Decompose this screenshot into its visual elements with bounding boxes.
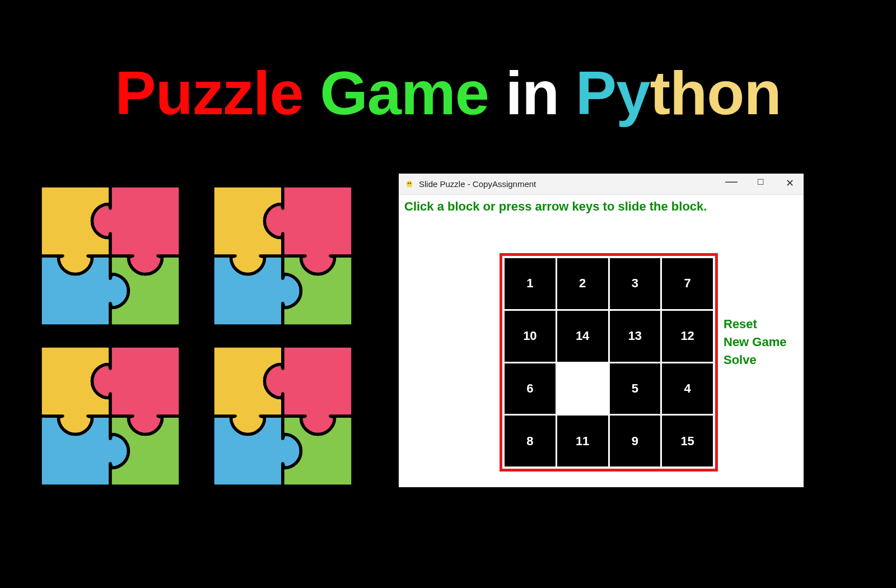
tile-5[interactable]: 5 [610,363,661,414]
tile-6[interactable]: 6 [505,363,556,414]
new-game-button[interactable]: New Game [724,335,787,349]
jigsaw-icon [213,186,353,326]
tile-3[interactable]: 3 [610,258,661,309]
slide-puzzle-window: Slide Puzzle - CopyAssignment — ☐ ✕ Clic… [399,174,804,487]
board-frame: 123710141312654811915 [500,253,718,472]
side-actions: Reset New Game Solve [724,317,787,367]
tile-10[interactable]: 10 [505,311,556,362]
tile-1[interactable]: 1 [505,258,556,309]
instruction-text: Click a block or press arrow keys to sli… [404,199,707,214]
tile-15[interactable]: 15 [662,416,713,466]
python-app-icon [404,179,414,189]
window-controls: — ☐ ✕ [725,178,799,190]
jigsaw-icon [213,346,353,486]
window-client-area: Click a block or press arrow keys to sli… [399,195,804,487]
title-word-3: in [506,58,559,127]
blank-tile [557,363,608,414]
reset-button[interactable]: Reset [724,317,787,332]
svg-point-1 [408,183,409,184]
jigsaw-icon [40,346,180,486]
tile-12[interactable]: 12 [662,311,713,362]
tile-9[interactable]: 9 [610,416,661,466]
tile-4[interactable]: 4 [662,363,713,414]
title-word-4a: Py [576,58,650,127]
title-word-4b: thon [650,58,781,127]
tile-13[interactable]: 13 [610,311,661,362]
window-titlebar[interactable]: Slide Puzzle - CopyAssignment — ☐ ✕ [399,174,804,195]
tile-14[interactable]: 14 [557,311,608,362]
svg-point-2 [410,183,411,184]
jigsaw-icon [40,186,180,326]
title-word-1: Puzzle [115,58,303,127]
title-word-2: Game [320,58,489,127]
solve-button[interactable]: Solve [724,353,787,367]
window-close-button[interactable]: ✕ [783,178,796,190]
tile-8[interactable]: 8 [505,416,556,466]
tile-11[interactable]: 11 [557,416,608,466]
window-title: Slide Puzzle - CopyAssignment [419,179,536,189]
window-minimize-button[interactable]: — [725,175,738,188]
window-maximize-button[interactable]: ☐ [754,178,767,190]
page-title: Puzzle Game in Python [0,57,896,128]
tile-2[interactable]: 2 [557,258,608,309]
slide-board: 123710141312654811915 [505,258,713,466]
jigsaw-icons-grid [40,186,353,486]
tile-7[interactable]: 7 [662,258,713,309]
